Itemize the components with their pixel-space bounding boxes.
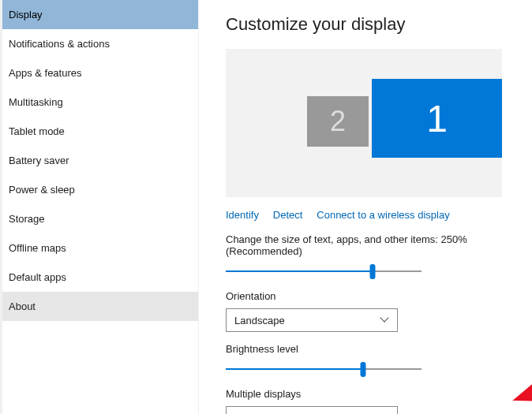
sidebar-item-tablet-mode[interactable]: Tablet mode: [2, 117, 198, 146]
slider-thumb[interactable]: [360, 362, 365, 377]
orientation-value: Landscape: [234, 315, 285, 326]
sidebar-item-about[interactable]: About: [2, 292, 198, 321]
brightness-slider[interactable]: [226, 361, 421, 377]
identify-link[interactable]: Identify: [226, 209, 259, 221]
sidebar-item-multitasking[interactable]: Multitasking: [2, 88, 198, 117]
slider-fill: [226, 270, 373, 272]
sidebar-item-default-apps[interactable]: Default apps: [2, 263, 198, 292]
monitor-1[interactable]: 1: [372, 79, 502, 158]
chevron-down-icon: [381, 316, 389, 324]
sidebar-item-display[interactable]: Display: [2, 0, 198, 29]
multi-displays-label: Multiple displays: [226, 388, 526, 400]
display-preview[interactable]: 2 1: [226, 49, 502, 197]
orientation-label: Orientation: [226, 290, 526, 302]
detect-link[interactable]: Detect: [273, 209, 303, 221]
slider-fill: [226, 368, 363, 370]
sidebar-item-storage[interactable]: Storage: [2, 204, 198, 233]
scale-label: Change the size of text, apps, and other…: [226, 233, 526, 257]
page-title: Customize your display: [226, 14, 526, 35]
sidebar-item-apps-features[interactable]: Apps & features: [2, 58, 198, 88]
scale-slider[interactable]: [226, 263, 421, 279]
sidebar-item-offline-maps[interactable]: Offline maps: [2, 233, 198, 263]
display-links: Identify Detect Connect to a wireless di…: [226, 208, 526, 221]
monitor-2[interactable]: 2: [307, 96, 369, 147]
sidebar-item-battery-saver[interactable]: Battery saver: [2, 146, 198, 175]
sidebar-item-power-sleep[interactable]: Power & sleep: [2, 175, 198, 204]
multi-displays-select[interactable]: Extend these displays: [226, 406, 398, 414]
brightness-label: Brightness level: [226, 343, 526, 355]
main-content: Customize your display 2 1 Identify Dete…: [199, 0, 532, 414]
wireless-link[interactable]: Connect to a wireless display: [317, 209, 449, 221]
slider-thumb[interactable]: [370, 264, 376, 279]
sidebar-item-notifications-actions[interactable]: Notifications & actions: [2, 29, 198, 58]
settings-sidebar: DisplayNotifications & actionsApps & fea…: [0, 0, 199, 414]
orientation-select[interactable]: Landscape: [226, 308, 398, 332]
